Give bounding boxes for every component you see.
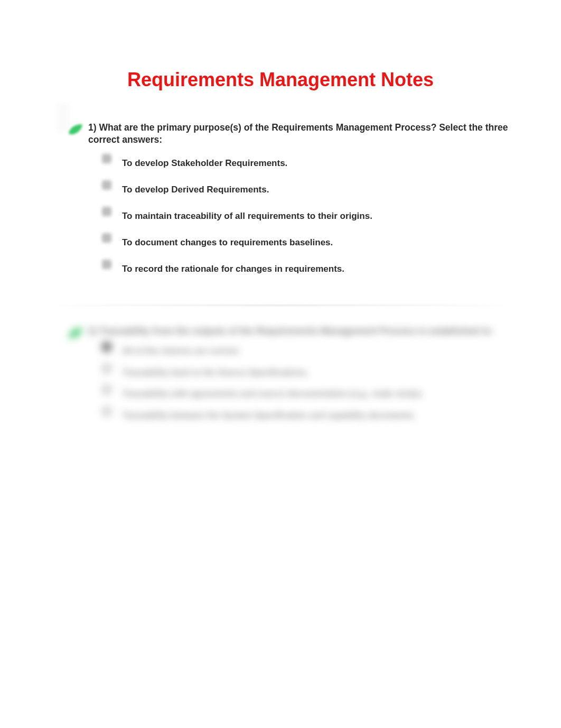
- leaf-icon: [68, 123, 83, 136]
- option-text: All of the choices are correct.: [122, 346, 240, 357]
- question-prompt: 1) What are the primary purpose(s) of th…: [88, 122, 508, 146]
- option-marker-icon: [102, 364, 111, 373]
- option-text: To develop Stakeholder Requirements.: [122, 158, 287, 169]
- option-marker-icon: [102, 385, 111, 394]
- option-text: Traceability between the System Specific…: [122, 410, 416, 421]
- question-1-options: To develop Stakeholder Requirements. To …: [102, 158, 508, 275]
- option-text: To maintain traceability of all requirem…: [122, 210, 372, 222]
- option-marker-icon: [102, 407, 111, 416]
- option-row: To maintain traceability of all requirem…: [102, 210, 508, 222]
- option-row: Traceability back to the Source Specific…: [102, 367, 508, 379]
- option-row: Traceability with agreements and source …: [102, 389, 508, 400]
- option-text: Traceability back to the Source Specific…: [122, 367, 308, 379]
- option-marker-icon: [102, 260, 111, 269]
- option-marker-icon: [102, 154, 111, 163]
- question-2-options: All of the choices are correct. Traceabi…: [102, 346, 508, 421]
- section-divider: [58, 305, 503, 306]
- question-2-blurred: 2) Traceability from the outputs of the …: [0, 316, 561, 441]
- option-row: To document changes to requirements base…: [102, 237, 508, 248]
- option-text: To document changes to requirements base…: [122, 237, 333, 248]
- option-marker-icon: [102, 342, 111, 352]
- question-prompt: 2) Traceability from the outputs of the …: [88, 325, 508, 337]
- leaf-icon: [68, 326, 83, 340]
- option-text: To record the rationale for changes in r…: [122, 263, 344, 275]
- option-row: To record the rationale for changes in r…: [102, 263, 508, 275]
- option-text: Traceability with agreements and source …: [122, 389, 423, 400]
- page-title: Requirements Management Notes: [0, 0, 561, 112]
- option-row: To develop Stakeholder Requirements.: [102, 158, 508, 169]
- option-row: To develop Derived Requirements.: [102, 184, 508, 196]
- option-marker-icon: [102, 207, 111, 216]
- option-marker-icon: [102, 233, 111, 243]
- option-text: To develop Derived Requirements.: [122, 184, 269, 196]
- option-row: All of the choices are correct.: [102, 346, 508, 357]
- option-row: Traceability between the System Specific…: [102, 410, 508, 421]
- question-1: 1) What are the primary purpose(s) of th…: [0, 112, 561, 299]
- option-marker-icon: [102, 180, 111, 190]
